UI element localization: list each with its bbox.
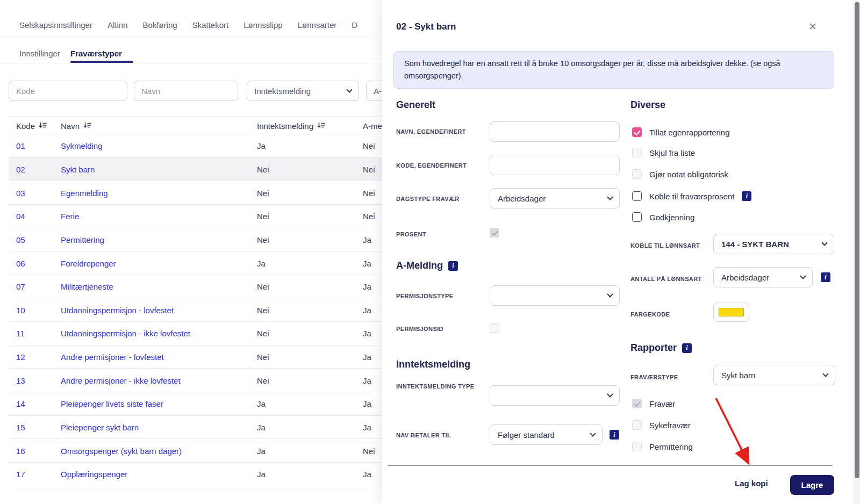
- prosent-checkbox: [490, 228, 499, 237]
- row-inntektsmelding-value: Nei: [257, 329, 269, 338]
- row-name-link[interactable]: Opplæringspenger: [61, 470, 127, 479]
- skjul-fra-liste-checkbox: [632, 148, 642, 157]
- kode-egendefinert-input[interactable]: [490, 155, 620, 175]
- fravaerstype-select[interactable]: Sykt barn: [713, 365, 835, 385]
- row-inntektsmelding-value: Ja: [257, 470, 266, 479]
- row-amelding-value: Ja: [363, 423, 371, 432]
- info-icon[interactable]: i: [610, 430, 619, 440]
- tab-innstillinger[interactable]: Innstillinger: [19, 49, 60, 58]
- tab-fravaerstyper[interactable]: Fraværstyper: [70, 49, 122, 58]
- row-inntektsmelding-value: Nei: [257, 212, 269, 221]
- row-name-link[interactable]: Omsorgspenger (sykt barn dager): [61, 446, 182, 455]
- permisjonstype-select[interactable]: [490, 285, 620, 306]
- row-code-link[interactable]: 01: [16, 141, 25, 150]
- row-code-link[interactable]: 11: [16, 329, 25, 338]
- row-code-link[interactable]: 14: [16, 399, 25, 408]
- row-name-link[interactable]: Foreldrepenger: [61, 258, 116, 268]
- dagstype-fravaer-label: DAGSTYPE FRAVÆR: [396, 194, 460, 204]
- godkjenning-checkbox[interactable]: [632, 212, 642, 222]
- row-name-link[interactable]: Pleiepenger livets siste faser: [61, 399, 163, 408]
- row-code-link[interactable]: 05: [16, 235, 25, 244]
- info-icon[interactable]: i: [821, 272, 830, 282]
- scrollbar-thumb[interactable]: [855, 2, 859, 478]
- section-heading-diverse: Diverse: [630, 99, 665, 111]
- prosent-label: PROSENT: [396, 229, 426, 239]
- row-code-link[interactable]: 15: [16, 423, 25, 432]
- row-name-link[interactable]: Sykt barn: [61, 164, 95, 174]
- section-heading-amelding: A-Melding i: [396, 260, 458, 271]
- checkbox-label: Godkjenning: [649, 213, 694, 222]
- info-icon[interactable]: i: [682, 343, 692, 353]
- nav-betaler-til-value: Følger standard: [498, 430, 555, 440]
- lagre-button[interactable]: Lagre: [790, 475, 834, 495]
- koble-til-fravaersprosent-checkbox[interactable]: [632, 191, 642, 201]
- row-name-link[interactable]: Egenmelding: [61, 188, 108, 197]
- row-amelding-value: Ja: [363, 329, 371, 338]
- row-amelding-value: Ja: [363, 376, 371, 385]
- fargekode-swatch-button[interactable]: [713, 303, 749, 322]
- row-name-link[interactable]: Militærtjeneste: [61, 282, 113, 291]
- koble-til-lonnsart-select[interactable]: 144 - SYKT BARN: [713, 234, 834, 254]
- dagstype-fravaer-select[interactable]: Arbeidsdager: [490, 188, 620, 208]
- chevron-down-icon: [607, 391, 613, 397]
- row-code-link[interactable]: 07: [16, 282, 25, 291]
- row-code-link[interactable]: 12: [16, 352, 25, 362]
- row-name-link[interactable]: Utdanningspermisjon - ikke lovfestet: [61, 329, 190, 338]
- row-amelding-value: Ja: [363, 282, 371, 291]
- section-heading-generelt: Generelt: [396, 99, 435, 111]
- kode-filter-input[interactable]: [9, 81, 127, 101]
- row-code-link[interactable]: 02: [16, 164, 25, 174]
- info-icon[interactable]: i: [448, 261, 458, 271]
- row-inntektsmelding-value: Ja: [257, 446, 266, 455]
- row-code-link[interactable]: 10: [16, 305, 25, 314]
- row-code-link[interactable]: 03: [16, 188, 25, 197]
- row-code-link[interactable]: 13: [16, 376, 25, 385]
- permisjonsid-label: PERMISJONSID: [396, 324, 443, 334]
- antall-pa-lonnsart-select[interactable]: Arbeidsdager: [713, 267, 813, 287]
- nav-item-truncated[interactable]: D: [352, 20, 357, 30]
- row-name-link[interactable]: Ferie: [61, 212, 79, 221]
- row-code-link[interactable]: 04: [16, 212, 25, 221]
- row-name-link[interactable]: Pleiepenger sykt barn: [61, 423, 139, 432]
- annotation-arrow: [708, 393, 759, 472]
- row-amelding-value: Ja: [363, 235, 371, 244]
- column-header-kode[interactable]: Kode: [16, 121, 47, 130]
- inntektsmelding-filter-select[interactable]: Inntektsmelding: [247, 81, 359, 101]
- nav-item-altinn[interactable]: Altinn: [108, 20, 128, 30]
- navn-filter-input[interactable]: [134, 81, 238, 101]
- tillat-egenrapportering-checkbox[interactable]: [632, 127, 642, 137]
- section-heading-label: Rapporter: [630, 342, 677, 354]
- row-name-link[interactable]: Sykmelding: [61, 141, 103, 150]
- row-code-link[interactable]: 06: [16, 258, 25, 268]
- chevron-down-icon: [346, 87, 352, 92]
- row-inntektsmelding-value: Ja: [257, 141, 266, 150]
- row-inntektsmelding-value: Nei: [257, 188, 269, 197]
- nav-item-selskapsinnstillinger[interactable]: Selskapsinnstillinger: [19, 20, 92, 30]
- nav-item-lonnsslipp[interactable]: Lønnsslipp: [243, 20, 283, 30]
- row-inntektsmelding-value: Nei: [257, 376, 269, 385]
- row-amelding-value: Ja: [363, 470, 371, 479]
- close-button[interactable]: ✕: [805, 18, 821, 34]
- row-name-link[interactable]: Utdanningspermisjon - lovfestet: [61, 305, 174, 314]
- permisjonstype-label: PERMISJONSTYPE: [396, 291, 453, 301]
- lag-kopi-button[interactable]: Lag kopi: [735, 479, 768, 488]
- inntektsmelding-type-select[interactable]: [490, 385, 620, 406]
- nav-item-skattekort[interactable]: Skattekort: [192, 20, 229, 30]
- info-icon[interactable]: i: [742, 191, 751, 201]
- chevron-down-icon: [800, 273, 806, 279]
- navn-egendefinert-input[interactable]: [490, 121, 620, 142]
- gjor-notat-obligatorisk-checkbox: [632, 169, 642, 179]
- row-code-link[interactable]: 17: [16, 470, 25, 479]
- row-code-link[interactable]: 16: [16, 446, 25, 455]
- nav-item-bokforing[interactable]: Bokføring: [142, 20, 177, 30]
- column-header-navn[interactable]: Navn: [61, 121, 91, 130]
- row-name-link[interactable]: Andre permisjoner - ikke lovfestet: [61, 376, 181, 385]
- scrollbar: [854, 0, 860, 504]
- fravaer-checkbox: [632, 399, 642, 408]
- row-inntektsmelding-value: Ja: [257, 258, 266, 268]
- row-name-link[interactable]: Andre permisjoner - lovfestet: [61, 352, 164, 362]
- nav-betaler-til-select[interactable]: Følger standard: [490, 424, 603, 445]
- column-header-inntektsmelding[interactable]: Inntektsmelding: [257, 121, 325, 130]
- nav-item-lonnsarter[interactable]: Lønnsarter: [298, 20, 337, 30]
- row-name-link[interactable]: Permittering: [61, 235, 104, 244]
